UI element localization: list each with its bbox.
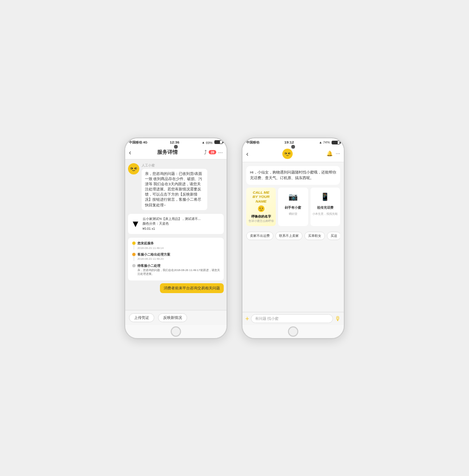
phone-1-back-button[interactable]: ‹ <box>129 149 131 156</box>
phone-1-camera <box>174 145 178 149</box>
svg-point-12 <box>262 208 263 209</box>
welcome-message: Hi，小仙女，购物遇到问题随时找小蜜哦，还能帮你充话费、查天气、订机票、搞东西呢… <box>246 166 340 185</box>
feedback-button[interactable]: 反映新情况 <box>158 313 187 322</box>
chat-mic-button[interactable]: 🎙 <box>335 315 341 322</box>
timeline-desc-3: 亲，您咨询的问题，我们会在2018-08-26 11:49:17前跟进，请您关注… <box>137 268 220 276</box>
phone-2-carrier: 中国移动 <box>246 140 259 145</box>
phone-2-input-bar: + 有问题 找小蜜 🎙 <box>242 312 344 325</box>
timeline-item-2: 客服小二给出处理方案 2018-08-23 11:49:20 <box>132 252 220 262</box>
phone-2-battery-percent: 74% <box>323 141 330 144</box>
selfie-icon: 📷 <box>287 190 300 204</box>
phone-2-logo <box>282 149 293 159</box>
user-message-row: 消费者前来平台咨询交易相关问题 <box>128 283 224 293</box>
order-price-value: ¥0.01 <box>143 227 151 230</box>
phone-1-page-title: 服务详情 <box>157 149 178 156</box>
quick-tag-0[interactable]: 卖家不出运费 <box>246 232 273 240</box>
chat-input-field[interactable]: 有问题 找小蜜 <box>251 314 333 323</box>
timeline-content-2: 客服小二给出处理方案 2018-08-23 11:49:20 <box>137 252 220 262</box>
bot-message-content: 人工小蜜 亲，您咨询的问题：已收到货/表面一致 收到商品存在少件、破损、污渍等 … <box>142 163 207 210</box>
phone-1-signal: ▲ <box>202 141 205 144</box>
timeline-time-1: 2018-08-23 11:49:14 <box>137 246 220 251</box>
phone-2: 中国移动 19:12 ▲ 74% ‹ <box>242 137 345 339</box>
user-message-bubble: 消费者前来平台咨询交易相关问题 <box>160 283 224 293</box>
svg-point-10 <box>258 205 265 212</box>
bot-message-row: 人工小蜜 亲，您咨询的问题：已收到货/表面一致 收到商品存在少件、破损、污渍等 … <box>128 163 224 210</box>
phone-2-status-icons: ▲ 74% <box>319 141 340 144</box>
phone-2-time: 19:12 <box>284 140 294 144</box>
phone-2-bell-icon[interactable]: 🔔 <box>326 151 333 157</box>
timeline-time-2: 2018-08-23 11:49:20 <box>137 257 220 262</box>
feature-selfie[interactable]: 📷 剁手有小蜜 晒好货 <box>278 188 308 227</box>
timeline-title-1: 您发起服务 <box>137 241 220 246</box>
selfie-label: 剁手有小蜜 <box>285 205 301 210</box>
order-info: 云小家测试%【床上用品】，测试请不... 颜色分类：天蓝色 ¥0.01 x1 <box>143 217 201 232</box>
quick-tags: 卖家不出运费 联系不上卖家 买单鞋女 买这 <box>246 229 340 240</box>
phone-1-battery-fill <box>215 141 220 144</box>
quick-tag-3[interactable]: 买这 <box>327 232 340 240</box>
timeline-dot-2 <box>132 253 136 256</box>
phone-1-battery-bar <box>214 140 223 144</box>
order-color: 颜色分类：天蓝色 <box>143 221 201 227</box>
timeline-dot-col-1 <box>132 241 136 249</box>
phone-1-nav-actions: ⤴ 28 ··· <box>204 149 223 156</box>
chat-plus-button[interactable]: + <box>245 315 249 322</box>
order-card: ▼ 云小家测试%【床上用品】，测试请不... 颜色分类：天蓝色 ¥0.01 x1 <box>128 214 224 234</box>
call-me-bee <box>257 205 265 214</box>
recharge-label: 祖传充话费 <box>317 205 333 210</box>
phone-2-camera <box>291 145 295 149</box>
phone-1-more-icon[interactable]: ··· <box>218 149 223 156</box>
phone-1-home-button[interactable] <box>171 326 181 337</box>
phone-1-share-icon[interactable]: ⤴ <box>204 149 207 156</box>
bot-avatar <box>128 163 139 174</box>
feature-recharge[interactable]: 📱 祖传充话费 小本生意，找找先啦 <box>310 188 340 227</box>
timeline-title-3: 待客服小二处理 <box>137 263 220 268</box>
svg-point-11 <box>259 208 260 209</box>
upload-button[interactable]: 上传凭证 <box>129 313 154 322</box>
phone-1-chat-area: 人工小蜜 亲，您咨询的问题：已收到货/表面一致 收到商品存在少件、破损、污渍等 … <box>125 159 227 310</box>
timeline-dot-col-2 <box>132 252 136 261</box>
feature-call-me[interactable]: CALL MEBY YOURNAME 呼唤你的名字 告诉小蜜怎么称呼你 <box>246 188 276 227</box>
phone-2-nav-icons: 🔔 ··· <box>326 151 340 157</box>
phone-2-bottom <box>242 325 344 338</box>
recharge-icon: 📱 <box>318 190 332 204</box>
feature-grid: CALL MEBY YOURNAME 呼唤你的名字 告诉小蜜怎么称呼你 <box>246 188 340 227</box>
phone-2-back-button[interactable]: ‹ <box>246 150 249 158</box>
timeline-title-2: 客服小二给出处理方案 <box>137 252 220 257</box>
order-count: x1 <box>151 227 155 230</box>
phone-1-time: 12:36 <box>170 140 179 144</box>
timeline-item-3: 待客服小二处理 亲，您咨询的问题，我们会在2018-08-26 11:49:17… <box>132 263 220 276</box>
selfie-sublabel: 晒好货 <box>289 212 297 216</box>
bot-message-bubble: 亲，您咨询的问题：已收到货/表面一致 收到商品存在少件、破损、污渍等 我们会在3… <box>142 169 207 210</box>
timeline-line-2 <box>134 256 134 261</box>
phone-1-battery-percent: 69% <box>206 141 212 144</box>
phone-2-more-icon[interactable]: ··· <box>336 151 340 157</box>
order-title: 云小家测试%【床上用品】，测试请不... <box>143 217 201 222</box>
phone-2-screen: ‹ 🔔 ··· <box>242 146 344 325</box>
recharge-sublabel: 小本生意，找找先啦 <box>312 212 338 216</box>
quick-tag-2[interactable]: 买单鞋女 <box>304 232 325 240</box>
phone-1: 中国移动 4G 12:36 ▲ 69% ‹ 服务详情 ⤴ 28 <box>124 137 227 339</box>
phone-1-bottom-actions: 上传凭证 反映新情况 <box>125 310 227 325</box>
phone-1-carrier: 中国移动 4G <box>129 140 147 145</box>
phone-1-bottom <box>125 325 227 338</box>
phone-1-status-icons: ▲ 69% <box>202 140 223 144</box>
bot-label: 人工小蜜 <box>142 163 207 168</box>
phone-2-chat-screen: Hi，小仙女，购物遇到问题随时找小蜜哦，还能帮你充话费、查天气、订机票、搞东西呢… <box>242 162 344 312</box>
timeline-content-1: 您发起服务 2018-08-23 11:49:14 <box>137 241 220 250</box>
call-me-sublabel: 告诉小蜜怎么称呼你 <box>249 219 274 223</box>
order-arrow-icon: ▼ <box>131 219 140 229</box>
timeline-content-3: 待客服小二处理 亲，您咨询的问题，我们会在2018-08-26 11:49:17… <box>137 263 220 276</box>
phone-2-signal: ▲ <box>319 141 322 144</box>
phone-1-battery-container: 69% <box>206 140 223 144</box>
phone-1-notification-badge: 28 <box>209 150 216 154</box>
phone-2-home-button[interactable] <box>288 326 298 337</box>
phone-1-screen: ‹ 服务详情 ⤴ 28 ··· <box>125 146 227 325</box>
timeline-dot-3 <box>132 264 136 267</box>
timeline-item-1: 您发起服务 2018-08-23 11:49:14 <box>132 241 220 250</box>
timeline-dot-1 <box>132 242 136 245</box>
phone-2-battery-fill <box>332 141 338 144</box>
phone-2-battery-bar <box>332 141 340 144</box>
timeline-line-1 <box>134 245 134 249</box>
timeline-dot-col-3 <box>132 263 136 267</box>
quick-tag-1[interactable]: 联系不上卖家 <box>275 232 303 240</box>
